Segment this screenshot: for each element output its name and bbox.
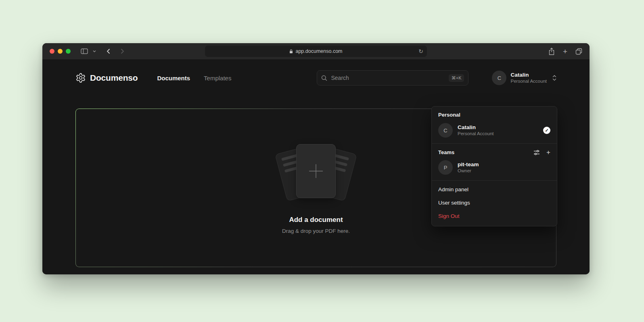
chevron-up-down-icon <box>552 75 556 81</box>
menu-item-sign-out[interactable]: Sign Out <box>432 209 557 223</box>
search-icon <box>321 75 327 81</box>
search-input[interactable] <box>331 75 445 81</box>
address-bar[interactable]: app.documenso.com ↻ <box>205 46 427 57</box>
tab-overview-chevron-icon[interactable] <box>92 49 97 54</box>
dropzone-title: Add a document <box>289 216 343 224</box>
personal-account-item[interactable]: C Catalin Personal Account ✓ <box>432 121 557 143</box>
share-icon[interactable] <box>548 48 555 55</box>
forward-button-icon[interactable] <box>119 47 125 55</box>
brand[interactable]: Documenso <box>75 73 138 83</box>
nav-item-templates[interactable]: Templates <box>204 75 231 82</box>
browser-toolbar-right: + <box>548 43 582 59</box>
personal-account-type: Personal Account <box>458 131 543 137</box>
browser-nav-controls <box>79 47 125 55</box>
personal-section-label: Personal <box>432 107 557 121</box>
documenso-logo-icon <box>75 73 86 83</box>
teams-section-label: Teams <box>438 149 533 155</box>
personal-account-meta: Catalin Personal Account <box>458 124 543 137</box>
personal-account-avatar: C <box>438 123 453 138</box>
dropzone-subtitle: Drag & drop your PDF here. <box>282 228 350 234</box>
new-tab-icon[interactable]: + <box>563 48 567 55</box>
team-role: Owner <box>458 168 550 174</box>
app-content: Documenso Documents Templates ⌘+K C <box>42 59 590 274</box>
menu-actions: Admin panel User settings Sign Out <box>432 181 557 226</box>
selected-check-icon: ✓ <box>543 127 550 134</box>
tab-overview-icon[interactable] <box>575 48 582 55</box>
manage-teams-icon[interactable] <box>533 149 540 156</box>
create-team-icon[interactable]: + <box>546 149 550 156</box>
account-name: Catalin <box>510 71 547 79</box>
plus-icon <box>307 163 324 180</box>
refresh-icon[interactable]: ↻ <box>418 48 423 54</box>
search-shortcut-badge: ⌘+K <box>449 74 464 82</box>
stacked-documents-illustration <box>272 142 360 203</box>
team-avatar: P <box>438 160 453 175</box>
back-button-icon[interactable] <box>105 47 111 55</box>
close-window-button[interactable] <box>50 49 54 54</box>
browser-titlebar: app.documenso.com ↻ + <box>42 43 590 59</box>
main-nav: Documents Templates <box>157 75 231 82</box>
traffic-lights <box>50 49 71 54</box>
account-meta: Catalin Personal Account <box>510 71 547 84</box>
account-dropdown-menu: Personal C Catalin Personal Account ✓ Te… <box>431 106 557 226</box>
url-text: app.documenso.com <box>295 48 342 54</box>
lock-icon <box>289 49 293 54</box>
account-type: Personal Account <box>510 78 547 84</box>
teams-section-header: Teams + <box>432 144 557 159</box>
personal-account-name: Catalin <box>458 124 543 131</box>
app-header: Documenso Documents Templates ⌘+K C <box>75 59 556 96</box>
nav-item-documents[interactable]: Documents <box>157 75 190 82</box>
account-menu-trigger[interactable]: C Catalin Personal Account <box>492 71 556 85</box>
sidebar-toggle-icon[interactable] <box>79 47 89 55</box>
zoom-window-button[interactable] <box>66 49 71 54</box>
team-item[interactable]: P pit-team Owner <box>432 159 557 180</box>
teams-section-actions: + <box>533 149 550 156</box>
document-card-add <box>296 144 336 198</box>
team-name: pit-team <box>458 161 550 168</box>
browser-window: app.documenso.com ↻ + <box>42 43 590 274</box>
search-bar[interactable]: ⌘+K <box>317 70 468 86</box>
menu-item-admin-panel[interactable]: Admin panel <box>432 183 557 196</box>
minimize-window-button[interactable] <box>58 49 63 54</box>
team-meta: pit-team Owner <box>458 161 550 174</box>
brand-name: Documenso <box>90 73 138 83</box>
account-avatar: C <box>492 71 506 85</box>
menu-item-user-settings[interactable]: User settings <box>432 196 557 209</box>
